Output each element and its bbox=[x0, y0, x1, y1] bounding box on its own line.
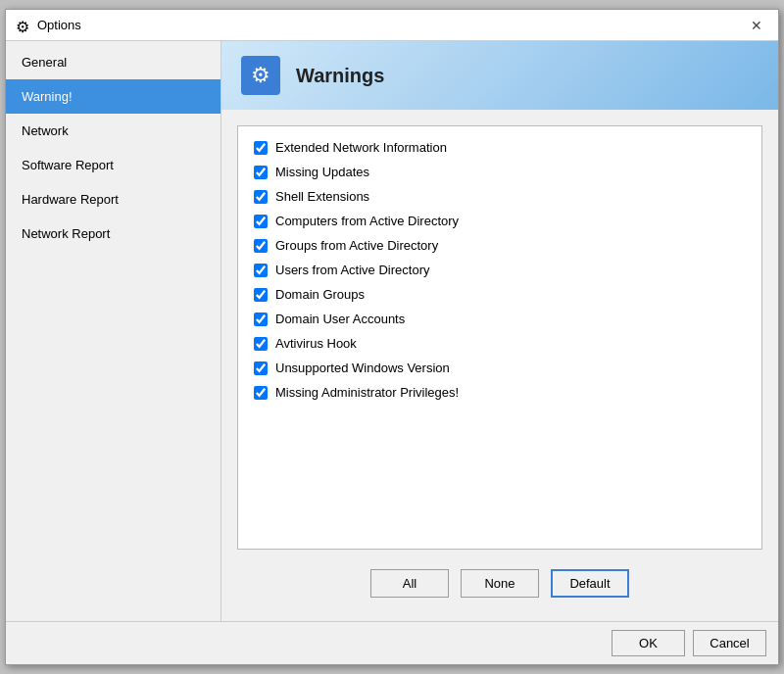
default-button[interactable]: Default bbox=[551, 569, 629, 598]
gear-icon: ⚙ bbox=[251, 63, 270, 88]
checkbox-row-missing-updates: Missing Updates bbox=[254, 163, 746, 181]
options-dialog: ⚙ Options ✕ General Warning! Network Sof… bbox=[5, 9, 779, 665]
sidebar-item-hardware-report[interactable]: Hardware Report bbox=[6, 182, 220, 217]
sidebar-item-warning[interactable]: Warning! bbox=[6, 79, 220, 114]
checkbox-label-domain-groups[interactable]: Domain Groups bbox=[275, 287, 365, 302]
checkbox-row-shell-extensions: Shell Extensions bbox=[254, 187, 746, 206]
checkbox-domain-user-accounts[interactable] bbox=[254, 313, 268, 326]
checkbox-shell-extensions[interactable] bbox=[254, 190, 268, 204]
checkbox-row-domain-groups: Domain Groups bbox=[254, 285, 746, 304]
checkboxes-container: Extended Network InformationMissing Upda… bbox=[237, 125, 762, 550]
dialog-footer: OK Cancel bbox=[6, 621, 778, 664]
main-header: ⚙ Warnings bbox=[221, 41, 778, 110]
sidebar: General Warning! Network Software Report… bbox=[6, 41, 221, 621]
checkbox-domain-groups[interactable] bbox=[254, 288, 268, 302]
sidebar-item-network-report[interactable]: Network Report bbox=[6, 217, 220, 251]
title-bar-left: ⚙ Options bbox=[16, 18, 81, 33]
checkbox-row-unsupported-windows: Unsupported Windows Version bbox=[254, 359, 746, 377]
checkbox-label-domain-user-accounts[interactable]: Domain User Accounts bbox=[275, 312, 405, 326]
checkbox-missing-admin[interactable] bbox=[254, 386, 268, 400]
checkbox-label-computers-active-dir[interactable]: Computers from Active Directory bbox=[275, 214, 459, 228]
main-inner: Extended Network InformationMissing Upda… bbox=[221, 110, 778, 621]
checkbox-unsupported-windows[interactable] bbox=[254, 361, 268, 375]
cancel-button[interactable]: Cancel bbox=[693, 630, 766, 656]
checkbox-label-missing-admin[interactable]: Missing Administrator Privileges! bbox=[275, 385, 459, 400]
dialog-title: Options bbox=[37, 18, 81, 32]
none-button[interactable]: None bbox=[461, 569, 539, 598]
checkbox-antivirus-hook[interactable] bbox=[254, 337, 268, 351]
checkbox-label-missing-updates[interactable]: Missing Updates bbox=[275, 165, 369, 179]
checkbox-users-active-dir[interactable] bbox=[254, 264, 268, 277]
dialog-icon: ⚙ bbox=[16, 18, 31, 33]
checkbox-row-users-active-dir: Users from Active Directory bbox=[254, 261, 746, 279]
sidebar-item-general[interactable]: General bbox=[6, 45, 220, 79]
checkbox-groups-active-dir[interactable] bbox=[254, 239, 268, 253]
sidebar-item-network[interactable]: Network bbox=[6, 114, 220, 148]
ok-button[interactable]: OK bbox=[612, 630, 685, 656]
checkbox-label-shell-extensions[interactable]: Shell Extensions bbox=[275, 189, 369, 204]
checkbox-label-unsupported-windows[interactable]: Unsupported Windows Version bbox=[275, 361, 450, 375]
checkbox-row-domain-user-accounts: Domain User Accounts bbox=[254, 310, 746, 328]
checkbox-row-antivirus-hook: Avtivirus Hook bbox=[254, 334, 746, 353]
checkbox-row-missing-admin: Missing Administrator Privileges! bbox=[254, 383, 746, 402]
header-title: Warnings bbox=[296, 65, 384, 87]
checkbox-label-groups-active-dir[interactable]: Groups from Active Directory bbox=[275, 238, 438, 253]
checkbox-missing-updates[interactable] bbox=[254, 166, 268, 179]
sidebar-item-software-report[interactable]: Software Report bbox=[6, 148, 220, 182]
checkbox-label-antivirus-hook[interactable]: Avtivirus Hook bbox=[275, 336, 357, 351]
checkbox-row-groups-active-dir: Groups from Active Directory bbox=[254, 236, 746, 255]
main-content: ⚙ Warnings Extended Network InformationM… bbox=[221, 41, 778, 621]
dialog-body: General Warning! Network Software Report… bbox=[6, 41, 778, 621]
checkbox-row-extended-network: Extended Network Information bbox=[254, 138, 746, 157]
checkbox-row-computers-active-dir: Computers from Active Directory bbox=[254, 212, 746, 230]
header-icon: ⚙ bbox=[241, 56, 280, 95]
checkbox-label-extended-network[interactable]: Extended Network Information bbox=[275, 140, 447, 155]
title-bar: ⚙ Options ✕ bbox=[6, 10, 778, 41]
all-button[interactable]: All bbox=[370, 569, 449, 598]
checkbox-computers-active-dir[interactable] bbox=[254, 215, 268, 228]
action-buttons-row: All None Default bbox=[237, 561, 762, 605]
checkbox-label-users-active-dir[interactable]: Users from Active Directory bbox=[275, 263, 429, 277]
checkbox-extended-network[interactable] bbox=[254, 141, 268, 155]
close-button[interactable]: ✕ bbox=[745, 17, 768, 34]
